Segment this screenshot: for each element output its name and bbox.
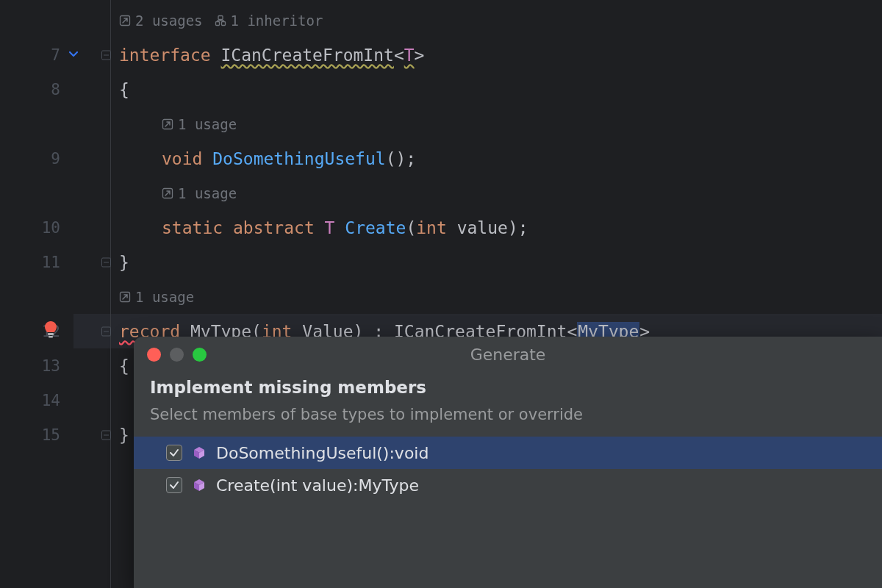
type-param: T — [325, 218, 335, 237]
svg-rect-4 — [215, 21, 219, 25]
param-type: int — [416, 218, 447, 237]
member-item[interactable]: Create(int value):MyType — [134, 469, 882, 501]
line-number: 14 — [42, 392, 60, 409]
popup-heading: Implement missing members — [150, 378, 866, 397]
gutter-line[interactable]: 14 — [0, 383, 74, 417]
gutter-line[interactable]: 9 — [0, 141, 74, 176]
line-number: 11 — [42, 254, 60, 271]
gutter-hint-row — [0, 279, 74, 314]
svg-rect-0 — [48, 333, 54, 335]
method-icon — [191, 477, 207, 493]
brace: } — [119, 253, 129, 272]
popup-body: Implement missing members Select members… — [134, 372, 882, 501]
method-name: DoSomethingUseful — [212, 149, 385, 168]
minimize-icon[interactable] — [170, 348, 184, 362]
keyword: abstract — [233, 218, 315, 237]
code-line[interactable]: static abstract T Create(int value); — [74, 210, 882, 245]
popup-title: Generate — [470, 345, 546, 364]
member-item[interactable]: DoSomethingUseful():void — [134, 437, 882, 469]
code-line[interactable]: } — [74, 245, 882, 279]
inlay-hint-row: 1 usage — [74, 176, 882, 210]
maximize-icon[interactable] — [193, 348, 207, 362]
line-number: 9 — [51, 150, 60, 168]
svg-rect-5 — [221, 21, 225, 25]
param-name: value — [457, 218, 508, 237]
popup-titlebar[interactable]: Generate — [134, 337, 882, 372]
checkbox[interactable] — [166, 477, 182, 493]
method-icon — [191, 445, 207, 461]
keyword: static — [162, 218, 223, 237]
gutter-line[interactable]: 8 — [0, 72, 74, 107]
brace: { — [119, 80, 129, 99]
inheritors-hint[interactable]: 1 inheritor — [215, 12, 323, 29]
interface-name: ICanCreateFromInt — [220, 46, 393, 65]
code-line[interactable]: { — [74, 72, 882, 107]
hint-text: 1 inheritor — [231, 12, 323, 29]
gutter-line[interactable]: 13 — [0, 348, 74, 383]
line-number: 13 — [42, 357, 60, 375]
usages-hint[interactable]: 1 usage — [162, 116, 237, 132]
keyword: void — [162, 149, 202, 168]
inlay-hint-row: 2 usages 1 inheritor — [74, 3, 882, 37]
type-param: T — [404, 46, 415, 65]
hint-text: 1 usage — [135, 289, 194, 305]
lightbulb-icon[interactable] — [43, 320, 59, 343]
punct: < — [394, 46, 404, 65]
checkbox[interactable] — [166, 445, 182, 461]
hint-text: 1 usage — [178, 185, 237, 201]
gutter: 7 8 9 10 11 12 13 14 15 — [0, 0, 74, 588]
arrow-up-right-icon — [119, 291, 131, 303]
code-line[interactable]: void DoSomethingUseful(); — [74, 141, 882, 176]
punct: ( — [406, 218, 416, 237]
svg-rect-3 — [218, 15, 223, 19]
method-name: Create — [345, 218, 406, 237]
line-number: 15 — [42, 426, 60, 444]
fold-handle-icon[interactable] — [101, 257, 111, 267]
fold-handle-icon[interactable] — [101, 326, 111, 336]
usages-hint[interactable]: 1 usage — [162, 185, 237, 201]
gutter-hint-row — [0, 176, 74, 210]
brace: } — [119, 426, 129, 445]
generate-popup: Generate Implement missing members Selec… — [134, 337, 882, 588]
arrow-up-right-icon — [162, 187, 173, 199]
member-label: DoSomethingUseful():void — [216, 444, 429, 462]
popup-subtitle: Select members of base types to implemen… — [150, 406, 866, 423]
code-line[interactable]: interface ICanCreateFromInt<T> — [74, 37, 882, 72]
usages-hint[interactable]: 1 usage — [119, 289, 194, 305]
inlay-hint-row: 1 usage — [74, 107, 882, 141]
line-number: 7 — [51, 46, 60, 64]
inheritor-icon — [215, 15, 226, 26]
member-label: Create(int value):MyType — [216, 476, 419, 495]
gutter-hint-row — [0, 3, 74, 37]
line-number: 8 — [51, 81, 60, 98]
punct: (); — [386, 149, 417, 168]
arrow-up-right-icon — [119, 15, 131, 26]
svg-rect-1 — [49, 336, 53, 338]
member-list: DoSomethingUseful():void Create(int valu… — [134, 437, 882, 501]
gutter-line[interactable]: 7 — [0, 37, 74, 72]
punct: > — [415, 46, 425, 65]
gutter-line[interactable]: 15 — [0, 417, 74, 452]
arrow-up-right-icon — [162, 118, 173, 130]
gutter-line[interactable]: 10 — [0, 210, 74, 245]
fold-handle-icon[interactable] — [101, 50, 111, 60]
hint-text: 2 usages — [135, 12, 203, 29]
brace: { — [119, 356, 129, 376]
inlay-hint-row: 1 usage — [74, 279, 882, 314]
close-icon[interactable] — [147, 348, 161, 362]
usages-hint[interactable]: 2 usages — [119, 12, 203, 29]
keyword: interface — [119, 46, 211, 65]
punct: ); — [508, 218, 528, 237]
gutter-line[interactable]: 11 — [0, 245, 74, 279]
hint-text: 1 usage — [178, 116, 237, 132]
line-number: 10 — [42, 219, 60, 237]
fold-handle-icon[interactable] — [101, 430, 111, 440]
gutter-hint-row — [0, 107, 74, 141]
gutter-line[interactable]: 12 — [0, 314, 74, 348]
window-controls — [147, 348, 207, 362]
